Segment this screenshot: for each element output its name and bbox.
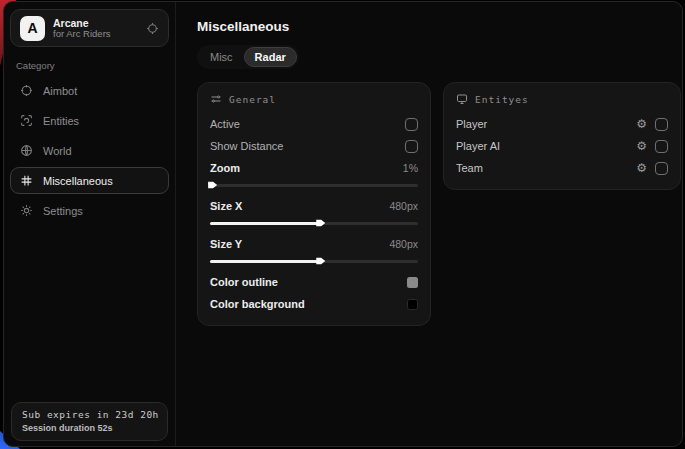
- size-x-slider[interactable]: [210, 218, 418, 228]
- crosshair-icon: [20, 84, 33, 97]
- player-row: Player ⚙: [456, 113, 668, 135]
- focus-icon[interactable]: [146, 22, 159, 35]
- zoom-value: 1%: [403, 162, 418, 174]
- sliders-icon: [210, 93, 222, 105]
- tab-misc[interactable]: Misc: [199, 47, 244, 67]
- card-title: Entityes: [475, 94, 529, 105]
- sidebar-item-label: Settings: [43, 205, 83, 217]
- tab-radar[interactable]: Radar: [244, 47, 297, 67]
- sidebar-item-miscellaneous[interactable]: Miscellaneous: [10, 167, 169, 194]
- size-y-row: Size Y 480px: [210, 233, 418, 255]
- brand-name: Arcane: [53, 17, 111, 29]
- card-title: General: [229, 94, 276, 105]
- team-checkbox[interactable]: [655, 162, 668, 175]
- slider-thumb[interactable]: [316, 219, 325, 228]
- active-row: Active: [210, 113, 418, 135]
- color-outline-swatch[interactable]: [407, 277, 418, 288]
- zoom-slider[interactable]: [210, 180, 418, 190]
- color-outline-row: Color outline: [210, 271, 418, 293]
- brand-logo: A: [20, 16, 45, 41]
- sub-expiry-text: Sub expires in 23d 20h: [22, 409, 157, 420]
- player-ai-checkbox[interactable]: [655, 140, 668, 153]
- gear-icon[interactable]: ⚙: [636, 118, 647, 130]
- size-y-slider[interactable]: [210, 256, 418, 266]
- sidebar-item-settings[interactable]: Settings: [10, 197, 169, 224]
- brand-card: A Arcane for Arc Riders: [10, 9, 169, 47]
- sidebar-item-world[interactable]: World: [10, 137, 169, 164]
- team-row: Team ⚙: [456, 157, 668, 179]
- player-checkbox[interactable]: [655, 118, 668, 131]
- subscription-card: Sub expires in 23d 20h Session duration …: [11, 402, 168, 441]
- brand-subtitle: for Arc Riders: [53, 29, 111, 40]
- main-panel: Miscellaneous Misc Radar General Active: [176, 2, 683, 446]
- zoom-row: Zoom 1%: [210, 157, 418, 179]
- show-distance-row: Show Distance: [210, 135, 418, 157]
- gear-icon[interactable]: ⚙: [636, 140, 647, 152]
- size-y-value: 480px: [389, 238, 418, 250]
- monitor-icon: [456, 93, 468, 105]
- active-checkbox[interactable]: [405, 118, 418, 131]
- sidebar-item-label: Entities: [43, 115, 79, 127]
- sidebar-item-label: Aimbot: [43, 85, 77, 97]
- player-ai-row: Player AI ⚙: [456, 135, 668, 157]
- slider-thumb[interactable]: [316, 257, 325, 266]
- session-duration-text: Session duration 52s: [22, 423, 157, 433]
- sidebar-item-label: World: [43, 145, 72, 157]
- sidebar-item-label: Miscellaneous: [43, 175, 113, 187]
- category-label: Category: [16, 60, 163, 71]
- tab-bar: Misc Radar: [197, 45, 299, 69]
- grid-icon: [20, 174, 33, 187]
- cards-row: General Active Show Distance Zoom 1%: [197, 82, 681, 326]
- gear-icon[interactable]: ⚙: [636, 162, 647, 174]
- color-background-row: Color background: [210, 293, 418, 315]
- sidebar-nav: Aimbot Entities World Miscellaneous: [10, 77, 169, 224]
- size-x-row: Size X 480px: [210, 195, 418, 217]
- show-distance-checkbox[interactable]: [405, 140, 418, 153]
- sidebar-item-entities[interactable]: Entities: [10, 107, 169, 134]
- color-background-swatch[interactable]: [407, 299, 418, 310]
- gear-icon: [20, 204, 33, 217]
- app-window: A Arcane for Arc Riders Category Aimbot: [3, 1, 683, 447]
- page-title: Miscellaneous: [197, 19, 681, 34]
- sidebar: A Arcane for Arc Riders Category Aimbot: [4, 2, 176, 446]
- general-card: General Active Show Distance Zoom 1%: [197, 82, 431, 326]
- scan-icon: [20, 114, 33, 127]
- sidebar-item-aimbot[interactable]: Aimbot: [10, 77, 169, 104]
- entities-card: Entityes Player ⚙ Player AI ⚙: [443, 82, 681, 190]
- globe-icon: [20, 144, 33, 157]
- size-x-value: 480px: [389, 200, 418, 212]
- slider-thumb[interactable]: [208, 181, 217, 190]
